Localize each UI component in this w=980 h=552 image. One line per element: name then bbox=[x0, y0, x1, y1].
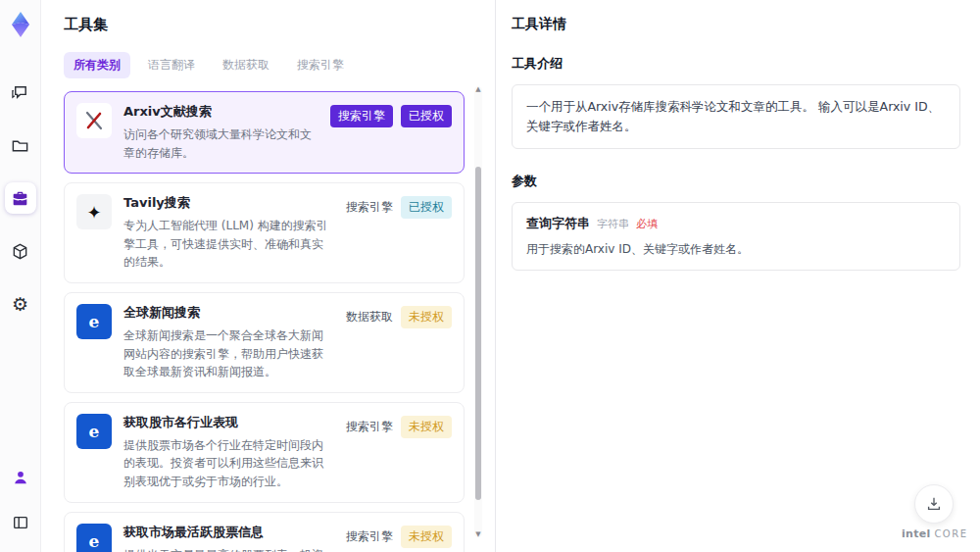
tool-title: 获取市场最活跃股票信息 bbox=[123, 524, 334, 541]
tab-data-fetch[interactable]: 数据获取 bbox=[213, 52, 279, 78]
corner-widgets: intel core bbox=[902, 484, 966, 540]
app-window: ⚙ 工具 bbox=[0, 0, 980, 552]
tool-description: 全球新闻搜索是一个聚合全球各大新闻网站内容的搜索引擎，帮助用户快速获取全球最新资… bbox=[123, 326, 334, 381]
stock-sector-logo-icon: e bbox=[76, 414, 112, 449]
status-badge: 未授权 bbox=[401, 416, 452, 438]
category-tabs: 所有类别 语言翻译 数据获取 搜索引擎 bbox=[64, 52, 465, 78]
detail-panel-title: 工具详情 bbox=[512, 16, 960, 33]
tab-language-translation[interactable]: 语言翻译 bbox=[138, 52, 205, 78]
download-button[interactable] bbox=[914, 484, 954, 524]
intro-text-box: 一个用于从Arxiv存储库搜索科学论文和文章的工具。 输入可以是Arxiv ID… bbox=[512, 84, 960, 149]
sidebar-item-collapse[interactable] bbox=[5, 507, 36, 538]
tavily-sparkle-icon: ✦ bbox=[76, 194, 112, 229]
sidebar-item-settings[interactable]: ⚙ bbox=[5, 288, 36, 320]
sidebar-item-tools[interactable] bbox=[5, 182, 36, 214]
param-required-flag: 必填 bbox=[636, 217, 658, 231]
tool-list-panel: 工具集 所有类别 语言翻译 数据获取 搜索引擎 Arxiv文献搜索 访问各个研究… bbox=[41, 0, 495, 552]
tool-title: Tavily搜索 bbox=[123, 194, 334, 212]
scrollbar-thumb[interactable] bbox=[475, 167, 481, 500]
intro-heading: 工具介绍 bbox=[512, 55, 960, 73]
tool-card-arxiv[interactable]: Arxiv文献搜索 访问各个研究领域大量科学论文和文章的存储库。 搜索引擎 已授… bbox=[64, 91, 465, 174]
param-name: 查询字符串 bbox=[526, 215, 590, 232]
tool-card-tavily[interactable]: ✦ Tavily搜索 专为人工智能代理 (LLM) 构建的搜索引擎工具，可快速提… bbox=[64, 182, 465, 283]
folder-icon bbox=[11, 136, 29, 155]
cube-icon bbox=[11, 242, 29, 261]
category-badge: 搜索引擎 bbox=[330, 105, 393, 127]
tool-card-stock-active[interactable]: e 获取市场最活跃股票信息 提供当天交易量最高的股票列表，投资者可以利用这些信息… bbox=[64, 512, 465, 552]
params-heading: 参数 bbox=[512, 173, 960, 190]
category-label: 搜索引擎 bbox=[346, 199, 393, 216]
sidebar-item-chat[interactable] bbox=[5, 76, 36, 108]
tool-title: Arxiv文献搜索 bbox=[123, 103, 318, 121]
status-badge: 未授权 bbox=[401, 306, 452, 328]
tool-title: 全球新闻搜索 bbox=[123, 304, 334, 322]
briefcase-icon bbox=[11, 189, 29, 208]
list-scrollbar[interactable]: ▲ ▼ bbox=[474, 86, 482, 537]
status-badge: 已授权 bbox=[401, 196, 452, 219]
stock-active-logo-icon: e bbox=[76, 524, 112, 552]
user-icon bbox=[12, 469, 29, 486]
scroll-down-arrow-icon[interactable]: ▼ bbox=[474, 530, 482, 538]
sidebar-item-packages[interactable] bbox=[5, 235, 36, 267]
download-icon bbox=[925, 495, 943, 513]
tool-description: 专为人工智能代理 (LLM) 构建的搜索引擎工具，可快速提供实时、准确和真实的结… bbox=[123, 217, 334, 272]
tool-description: 提供当天交易量最高的股票列表，投资者可以利用这些信息来识别流动性强的股票和潜在的… bbox=[123, 546, 334, 552]
intel-core-logo: intel core bbox=[902, 527, 966, 540]
panel-toggle-icon bbox=[12, 514, 29, 531]
scroll-up-arrow-icon[interactable]: ▲ bbox=[474, 85, 482, 93]
arxiv-logo-icon bbox=[76, 103, 112, 138]
global-news-logo-icon: e bbox=[76, 304, 112, 339]
tool-description: 访问各个研究领域大量科学论文和文章的存储库。 bbox=[123, 125, 318, 162]
left-icon-rail: ⚙ bbox=[0, 0, 41, 552]
page-title: 工具集 bbox=[64, 16, 465, 34]
param-description: 用于搜索的Arxiv ID、关键字或作者姓名。 bbox=[526, 241, 946, 258]
tab-all-categories[interactable]: 所有类别 bbox=[64, 52, 130, 78]
category-label: 搜索引擎 bbox=[346, 528, 393, 545]
gear-icon: ⚙ bbox=[12, 295, 28, 314]
tool-card-stock-sector[interactable]: e 获取股市各行业表现 提供股票市场各个行业在特定时间段内的表现。投资者可以利用… bbox=[64, 402, 465, 503]
chat-icon bbox=[11, 83, 29, 102]
tool-title: 获取股市各行业表现 bbox=[123, 414, 334, 431]
status-badge: 未授权 bbox=[401, 526, 452, 548]
tool-card-global-news[interactable]: e 全球新闻搜索 全球新闻搜索是一个聚合全球各大新闻网站内容的搜索引擎，帮助用户… bbox=[64, 292, 465, 393]
tool-description: 提供股票市场各个行业在特定时间段内的表现。投资者可以利用这些信息来识别表现优于或… bbox=[123, 436, 334, 491]
category-label: 数据获取 bbox=[346, 309, 393, 326]
tool-detail-panel: 工具详情 工具介绍 一个用于从Arxiv存储库搜索科学论文和文章的工具。 输入可… bbox=[495, 0, 980, 552]
app-logo-icon bbox=[6, 10, 35, 39]
sidebar-item-account[interactable] bbox=[5, 462, 36, 493]
tab-search-engine[interactable]: 搜索引擎 bbox=[287, 52, 354, 78]
param-type: 字符串 bbox=[597, 217, 629, 231]
category-label: 搜索引擎 bbox=[346, 419, 393, 435]
status-badge: 已授权 bbox=[401, 105, 452, 127]
parameter-card: 查询字符串 字符串 必填 用于搜索的Arxiv ID、关键字或作者姓名。 bbox=[512, 202, 960, 271]
sidebar-item-files[interactable] bbox=[5, 129, 36, 161]
